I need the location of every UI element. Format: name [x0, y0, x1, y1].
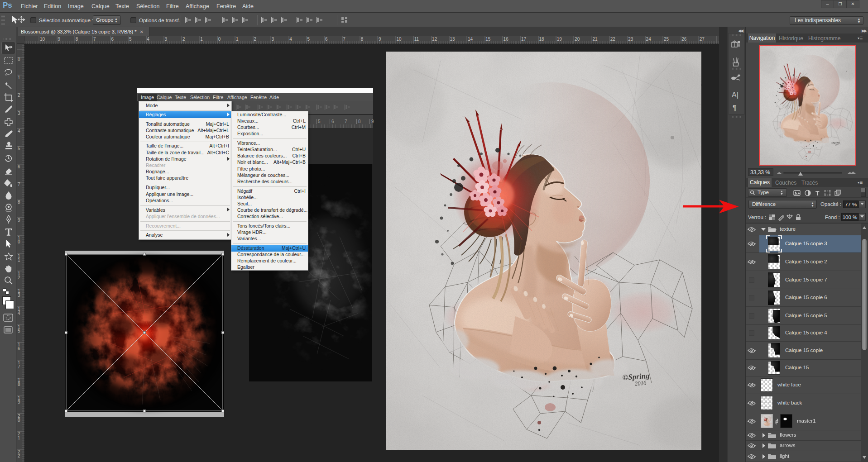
svg-text:¶: ¶ — [733, 104, 737, 112]
svg-text:T: T — [815, 190, 820, 196]
svg-text:A|: A| — [732, 91, 739, 99]
